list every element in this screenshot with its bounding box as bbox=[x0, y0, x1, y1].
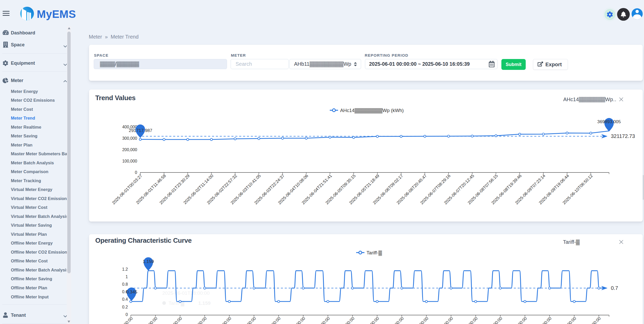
svg-text:2025-06-01T18:00:00: 2025-06-01T18:00:00 bbox=[162, 290, 210, 296]
svg-text:0.8: 0.8 bbox=[122, 282, 128, 286]
svg-text:200,000: 200,000 bbox=[122, 148, 137, 152]
svg-text:321172.73: 321172.73 bbox=[611, 133, 635, 139]
svg-text:1: 1 bbox=[126, 275, 128, 279]
svg-text:100,000: 100,000 bbox=[122, 159, 137, 163]
svg-text:1.159: 1.159 bbox=[143, 259, 154, 264]
svg-text:2025-06-01T00:00:00: 2025-06-01T00:00:00 bbox=[101, 316, 133, 324]
svg-text:0: 0 bbox=[126, 312, 128, 317]
svg-text:0.2: 0.2 bbox=[122, 305, 128, 309]
svg-text:291717.987: 291717.987 bbox=[129, 128, 152, 133]
svg-text:369893.005: 369893.005 bbox=[597, 119, 621, 124]
svg-text:0.7: 0.7 bbox=[611, 285, 618, 291]
svg-text:0.4: 0.4 bbox=[122, 297, 128, 301]
svg-text:0.345: 0.345 bbox=[126, 289, 137, 294]
svg-text:1.159: 1.159 bbox=[198, 300, 211, 306]
svg-text:0: 0 bbox=[135, 170, 137, 175]
svg-text:1.2: 1.2 bbox=[122, 267, 128, 271]
svg-text:300,000: 300,000 bbox=[122, 136, 137, 141]
